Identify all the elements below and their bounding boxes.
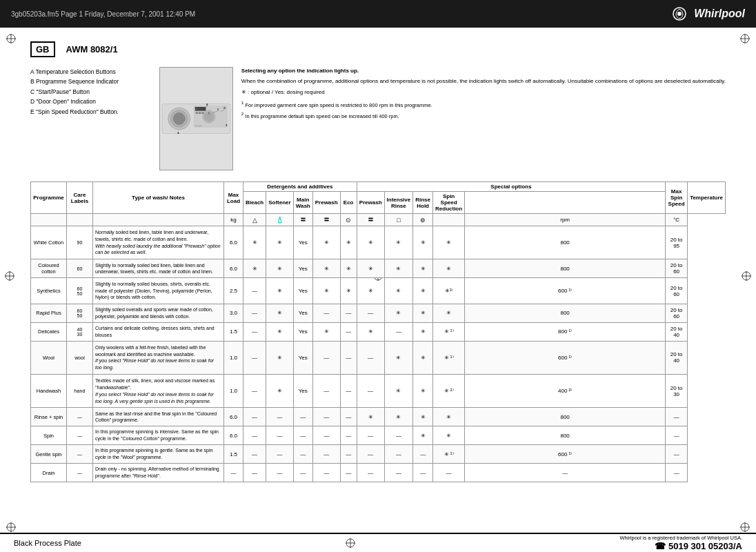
table-cell: — <box>67 426 93 445</box>
table-cell: — <box>266 445 293 464</box>
table-cell: 1.5 <box>224 445 243 464</box>
table-cell: 20 to 40 <box>666 341 688 374</box>
table-cell: White Cotton <box>31 226 67 259</box>
table-cell: ✳ <box>266 304 293 322</box>
table-cell: 20 to 95 <box>666 226 688 259</box>
table-row: Synthetics6050Slightly to normally soile… <box>31 278 726 304</box>
corner-mark-bl <box>6 522 17 533</box>
table-cell: Yes <box>293 226 312 259</box>
top-section: A Temperature Selection Buttons B Progra… <box>30 67 726 170</box>
table-cell: — <box>340 341 357 374</box>
table-cell: Yes <box>293 278 312 304</box>
table-cell: Slightly to normally soiled blouses, shi… <box>93 278 224 304</box>
table-cell: Gentle spin <box>31 445 67 464</box>
table-cell: 90 <box>67 226 93 259</box>
table-cell: ✳ <box>413 226 433 259</box>
machine-diagram: 40°C Whirlpool B C D A E <box>160 68 232 170</box>
table-cell: ✳ <box>357 278 384 304</box>
top-bar: 3gb05203a.fm5 Page 1 Friday, December 7,… <box>0 0 756 28</box>
unit-rh: ⊚ <box>413 214 433 226</box>
table-cell: — <box>67 408 93 426</box>
svg-point-26 <box>173 112 185 124</box>
table-cell: — <box>312 341 340 374</box>
table-units: kg △ 🧴 〓 〓 ⊙ 〓 □ ⊚ rpm °C <box>31 214 726 226</box>
table-cell: ✳ <box>384 341 413 374</box>
table-cell: Delicates <box>31 322 67 341</box>
table-row: Spin—In this programme spinning is inten… <box>31 426 726 445</box>
table-cell: ✳ <box>384 226 413 259</box>
table-cell: — <box>384 322 413 341</box>
unit-kg: kg <box>224 214 243 226</box>
table-cell: ✳ <box>266 341 293 374</box>
table-cell: ✳ <box>413 375 433 408</box>
table-cell: — <box>384 426 413 445</box>
table-cell: Coloured cotton <box>31 259 67 278</box>
machine-image: 40°C Whirlpool B C D A E <box>159 67 233 170</box>
col-temp: Temperature <box>688 182 726 214</box>
col-bleach: Bleach <box>243 192 266 214</box>
programme-table: Programme Care Labels Type of wash/ Note… <box>30 181 726 460</box>
table-cell: — <box>384 445 413 464</box>
table-cell: — <box>67 445 93 464</box>
optional-note: ✳ : optional / Yes: dosing required <box>241 88 726 97</box>
table-cell: — <box>243 341 266 374</box>
table-cell: ✳ <box>413 304 433 322</box>
col-prewash: Prewash <box>312 192 340 214</box>
table-cell: — <box>293 445 312 464</box>
table-cell: ✳ <box>243 226 266 259</box>
col-prewash2: Prewash <box>357 192 384 214</box>
table-cell: ✳ <box>357 226 384 259</box>
table-cell: ✳ <box>357 322 384 341</box>
table-cell: ✳¹⁾ <box>433 278 465 304</box>
table-cell: 6050 <box>67 278 93 304</box>
table-cell: Slightly to normally soiled bed linen, t… <box>93 259 224 278</box>
table-cell: 2.5 <box>224 278 243 304</box>
table-cell: ✳ <box>384 408 413 426</box>
table-cell: 800 ¹⁾ <box>465 322 666 341</box>
unit-temp: °C <box>666 214 688 226</box>
info-bold-line: Selecting any option the indication ligh… <box>241 67 726 75</box>
table-cell: Same as the last rinse and the final spi… <box>93 408 224 426</box>
table-cell: — <box>340 426 357 445</box>
table-cell: In this programme spinning is intensive.… <box>93 426 224 445</box>
table-cell: — <box>357 464 384 482</box>
table-row: Gentle spin—In this programme spinning i… <box>31 445 726 464</box>
table-cell: Textiles made of silk, linen, wool and v… <box>93 375 224 408</box>
table-cell: 6.0 <box>224 426 243 445</box>
col-programme: Programme <box>31 182 67 214</box>
table-cell: 4030 <box>67 322 93 341</box>
table-cell: — <box>384 464 413 482</box>
label-item-d: D "Door Open" Indication <box>30 97 151 106</box>
table-cell: 6.0 <box>224 259 243 278</box>
table-cell: — <box>357 426 384 445</box>
table-cell: 600 ¹⁾ <box>465 278 666 304</box>
svg-rect-35 <box>201 112 203 113</box>
table-cell: — <box>243 426 266 445</box>
table-cell: wool <box>67 341 93 374</box>
bottom-bar: Black Process Plate Whirlpool is a regis… <box>0 533 756 552</box>
table-cell: Synthetics <box>31 278 67 304</box>
side-mark-r <box>741 270 752 282</box>
table-cell: ✳ <box>357 408 384 426</box>
col-maxload: Max Load <box>224 182 243 214</box>
table-cell: 20 to 60 <box>666 304 688 322</box>
table-cell: ✳ <box>357 259 384 278</box>
unit-care <box>67 214 93 226</box>
table-cell: ✳ <box>340 226 357 259</box>
page-info: 3gb05203a.fm5 Page 1 Friday, December 7,… <box>11 10 195 18</box>
table-cell: ✳ <box>433 304 465 322</box>
table-cell: — <box>224 464 243 482</box>
table-cell: ✳ <box>266 226 293 259</box>
table-cell: 3.0 <box>224 304 243 322</box>
col-intensive: Intensive Rinse <box>384 192 413 214</box>
table-cell: ✳ <box>266 322 293 341</box>
table-cell: Rinse + spin <box>31 408 67 426</box>
table-cell: ✳ <box>413 259 433 278</box>
table-cell: — <box>243 322 266 341</box>
table-row: Rinse + spin—Same as the last rinse and … <box>31 408 726 426</box>
table-cell: Yes <box>293 304 312 322</box>
table-cell: ✳ <box>384 304 413 322</box>
table-cell: ✳ <box>384 259 413 278</box>
table-cell: Yes <box>293 322 312 341</box>
table-cell: — <box>243 375 266 408</box>
